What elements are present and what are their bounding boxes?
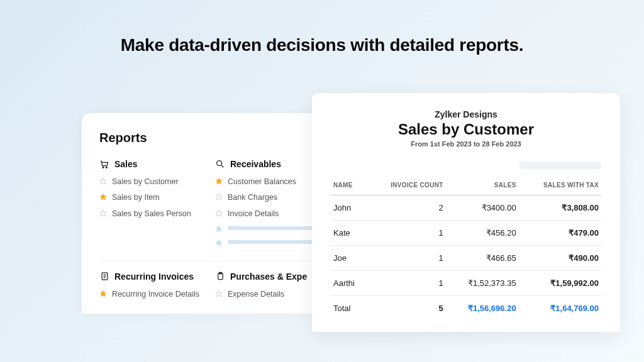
star-icon — [99, 177, 107, 185]
report-item-label: Customer Balances — [228, 177, 296, 187]
cell-count: 1 — [367, 246, 445, 271]
cell-name: John — [331, 195, 367, 221]
table-row[interactable]: Aarthi 1 ₹1,52,373.35 ₹1,59,992.00 — [331, 271, 601, 296]
report-item-bank-charges[interactable]: Bank Charges — [215, 192, 316, 202]
col-sales[interactable]: SALES — [446, 175, 519, 195]
svg-marker-2 — [100, 178, 106, 184]
svg-marker-7 — [216, 194, 222, 200]
report-item-label: Sales by Item — [112, 192, 160, 202]
table-row[interactable]: Kate 1 ₹456.20 ₹479.00 — [331, 221, 601, 246]
svg-marker-15 — [216, 290, 222, 297]
cell-name: Kate — [331, 221, 367, 246]
document-icon — [99, 272, 109, 282]
star-icon — [215, 177, 223, 185]
cell-count: 2 — [367, 195, 445, 221]
star-icon — [215, 225, 223, 233]
company-name: Zylker Designs — [331, 109, 601, 119]
report-item-sales-by-customer[interactable]: Sales by Customer — [99, 177, 200, 187]
cell-total-count: 5 — [367, 296, 445, 321]
report-item-label: Recurring Invoice Details — [112, 289, 199, 299]
report-document: Zylker Designs Sales by Customer From 1s… — [312, 93, 620, 332]
report-item-label: Expense Details — [228, 289, 284, 299]
table-row[interactable]: Joe 1 ₹466.65 ₹490.00 — [331, 246, 601, 271]
category-receivables[interactable]: Receivables — [215, 159, 316, 169]
report-item-customer-balances[interactable]: Customer Balances — [215, 177, 316, 187]
sales-table: NAME INVOICE COUNT SALES SALES WITH TAX … — [331, 175, 601, 321]
star-icon — [99, 193, 107, 200]
category-purchases[interactable]: Purchases & Expe — [215, 272, 316, 282]
report-item-label: Sales by Sales Person — [112, 209, 191, 219]
report-item-label: Sales by Customer — [112, 177, 179, 187]
svg-point-5 — [217, 161, 222, 166]
svg-marker-6 — [216, 178, 222, 184]
star-icon — [99, 290, 107, 297]
reports-panel: Reports Sales Sales by Customer Sales by… — [82, 113, 333, 314]
cell-total-sales: ₹1,56,696.20 — [446, 296, 519, 321]
cell-sales: ₹3400.00 — [446, 195, 519, 221]
cell-count: 1 — [367, 221, 445, 246]
col-sales-with-tax[interactable]: SALES WITH TAX — [519, 175, 601, 195]
divider — [99, 261, 316, 261]
table-header-row: NAME INVOICE COUNT SALES SALES WITH TAX — [331, 175, 601, 195]
cell-sales: ₹456.20 — [446, 221, 519, 246]
cell-withtax: ₹479.00 — [519, 221, 601, 246]
cell-sales: ₹466.65 — [446, 246, 519, 271]
svg-marker-3 — [100, 194, 106, 200]
placeholder-bar — [519, 162, 601, 169]
report-item-expense-details[interactable]: Expense Details — [215, 289, 316, 299]
star-icon — [215, 290, 223, 297]
cell-name: Aarthi — [331, 271, 367, 296]
report-item-sales-by-sales-person[interactable]: Sales by Sales Person — [99, 209, 200, 219]
date-range: From 1st Feb 2023 to 28 Feb 2023 — [331, 140, 601, 148]
svg-point-1 — [106, 167, 107, 168]
svg-marker-4 — [100, 210, 106, 216]
table-row[interactable]: John 2 ₹3400.00 ₹3,808.00 — [331, 195, 601, 221]
cell-total-label: Total — [331, 296, 367, 321]
report-title: Sales by Customer — [331, 121, 601, 138]
svg-marker-9 — [216, 226, 222, 232]
cell-name: Joe — [331, 246, 367, 271]
category-label: Sales — [114, 159, 138, 169]
receivables-icon — [215, 159, 225, 169]
col-invoice-count[interactable]: INVOICE COUNT — [367, 175, 445, 195]
cart-icon — [99, 159, 109, 169]
placeholder-item — [215, 238, 316, 246]
cell-count: 1 — [367, 271, 445, 296]
report-item-label: Bank Charges — [228, 192, 277, 202]
category-label: Receivables — [230, 159, 281, 169]
svg-marker-12 — [100, 290, 106, 297]
report-item-recurring-invoice-details[interactable]: Recurring Invoice Details — [99, 289, 200, 299]
category-recurring[interactable]: Recurring Invoices — [99, 272, 200, 282]
cell-withtax: ₹1,59,992.00 — [519, 271, 601, 296]
report-item-sales-by-item[interactable]: Sales by Item — [99, 192, 200, 202]
star-icon — [215, 209, 223, 217]
report-item-invoice-details[interactable]: Invoice Details — [215, 209, 316, 219]
star-icon — [215, 239, 223, 246]
category-label: Recurring Invoices — [114, 272, 194, 282]
reports-title: Reports — [99, 131, 316, 145]
star-icon — [99, 209, 107, 217]
placeholder-item — [215, 224, 316, 233]
svg-marker-10 — [216, 239, 222, 246]
clipboard-icon — [215, 272, 225, 282]
cell-sales: ₹1,52,373.35 — [446, 271, 519, 296]
page-headline: Make data-driven decisions with detailed… — [0, 0, 644, 55]
svg-marker-8 — [216, 210, 222, 216]
col-name[interactable]: NAME — [331, 175, 367, 195]
category-sales[interactable]: Sales — [99, 159, 200, 169]
report-item-label: Invoice Details — [228, 209, 279, 219]
star-icon — [215, 193, 223, 200]
cell-total-withtax: ₹1,64,769.00 — [519, 296, 601, 321]
cell-withtax: ₹3,808.00 — [519, 195, 601, 221]
category-label: Purchases & Expe — [230, 272, 307, 282]
table-total-row: Total 5 ₹1,56,696.20 ₹1,64,769.00 — [331, 296, 601, 321]
cell-withtax: ₹490.00 — [519, 246, 601, 271]
svg-point-0 — [103, 167, 104, 168]
